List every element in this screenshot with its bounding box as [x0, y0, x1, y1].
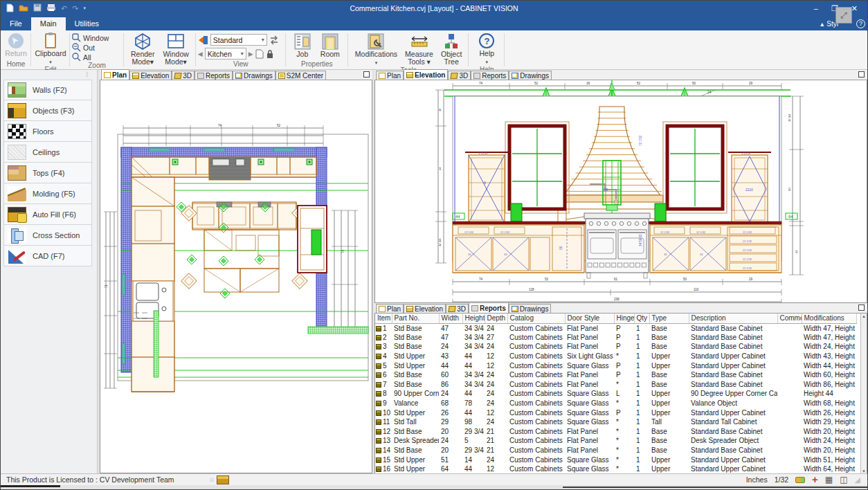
cell-item: 2 [375, 333, 392, 343]
prev-room-icon[interactable]: ◀ [198, 51, 203, 57]
table-row[interactable]: 5Std Upper444412Custom CabinetsSquare Gl… [375, 361, 856, 370]
tab-drawings[interactable]: Drawings [509, 304, 552, 313]
crosshair-icon[interactable]: + [812, 476, 818, 483]
ribbon-collapse-icon[interactable]: ▴ [820, 20, 824, 28]
sidebar-item-objects-f3[interactable]: Objects (F3) [3, 100, 92, 121]
tab-utilities[interactable]: Utilities [66, 17, 108, 30]
tab-reports[interactable]: Reports [469, 302, 509, 313]
column-header-description[interactable]: Description [689, 314, 777, 323]
column-header-catalog[interactable]: Catalog [507, 314, 565, 323]
sidebar-item-ceilings[interactable]: Ceilings [3, 142, 92, 163]
column-header-comment[interactable]: Comment [777, 314, 802, 323]
sidebar-item-tops-f4[interactable]: Tops (F4) [3, 163, 92, 183]
zoom-out-button[interactable]: Out [72, 43, 109, 52]
table-row[interactable]: 15Std Upper511424Custom CabinetsSquare G… [375, 455, 856, 464]
table-row[interactable]: 9Valance687824Custom CabinetsSquare Glas… [375, 399, 856, 408]
lock-icon[interactable] [266, 49, 274, 59]
column-header-qty[interactable]: Qty [634, 314, 649, 323]
close-button[interactable]: ✕ [851, 4, 858, 13]
tab-elevation[interactable]: Elevation [404, 69, 448, 80]
cell-catalog: Custom Cabinets [507, 455, 565, 464]
measure-tools-button[interactable]: MeasureTools ▾ [403, 32, 435, 65]
clipboard-button[interactable]: Clipboard▾ [33, 31, 69, 66]
svg-text:52: 52 [277, 124, 281, 127]
statusbar-cabinet-icon[interactable] [217, 475, 229, 484]
sidebar-item-walls-f2[interactable]: Walls (F2) [3, 80, 92, 100]
table-row[interactable]: 6Std Base6034 3/424Custom CabinetsFlat P… [375, 370, 856, 380]
elevation-canvas[interactable]: 74521852502924194434 3/419 3/4504293 15/… [374, 80, 867, 303]
column-header-item[interactable]: Item [375, 314, 392, 323]
return-button[interactable]: Return [3, 31, 29, 57]
column-header-part-no-[interactable]: Part No. [392, 314, 439, 323]
tab-3d[interactable]: 3D [172, 71, 195, 80]
ribbon-help-icon[interactable]: ? [856, 19, 865, 28]
table-row[interactable]: 890 Upper Corner244424Custom CabinetsSqu… [375, 389, 856, 399]
zoom-window-button[interactable]: Window [72, 33, 109, 42]
minimize-button[interactable]: – [814, 4, 818, 13]
column-header-width[interactable]: Width [439, 314, 462, 323]
sidebar-item-floors[interactable]: Floors [3, 121, 92, 142]
modifications-button[interactable]: Modifications▾ [353, 32, 399, 66]
tab-s2m-center[interactable]: S2M Center [275, 71, 326, 80]
column-header-height[interactable]: Height [462, 314, 485, 323]
transfer-icon[interactable] [269, 35, 279, 45]
tab-plan[interactable]: Plan [376, 71, 404, 80]
tab-elevation[interactable]: Elevation [404, 304, 446, 313]
panes-icon[interactable]: ◫ [840, 476, 847, 483]
column-header-door-style[interactable]: Door Style [565, 314, 614, 323]
plan-canvas[interactable]: 74527174 [100, 80, 372, 473]
column-header-hinge[interactable]: Hinge [614, 314, 634, 323]
statusbar-grip[interactable]: ⁞⁞ [210, 478, 215, 482]
sidebar-item-auto-fill-f6[interactable]: Auto Fill (F6) [3, 204, 92, 225]
table-row[interactable]: 14Std Base2029 3/421Custom CabinetsFlat … [375, 446, 856, 455]
pan-icon[interactable] [795, 477, 805, 483]
tab-plan[interactable]: Plan [101, 69, 129, 80]
grid-icon[interactable]: ▦ [825, 476, 833, 483]
table-row[interactable]: 3Std Base2434 3/424Custom CabinetsFlat P… [375, 342, 856, 352]
job-button[interactable]: Job [292, 32, 313, 58]
sidebar-item-cross-section[interactable]: Cross Section [3, 225, 92, 246]
room-button[interactable]: Room [318, 32, 342, 58]
tab-3d[interactable]: 3D [446, 304, 469, 313]
column-header-depth[interactable]: Depth [485, 314, 507, 323]
tab-3d[interactable]: 3D [448, 71, 471, 80]
tab-drawings[interactable]: Drawings [233, 71, 275, 80]
panel-maximize-button[interactable] [363, 71, 370, 78]
tab-reports[interactable]: Reports [471, 71, 509, 80]
help-button[interactable]: ? Help▾ [476, 31, 497, 66]
render-mode-button[interactable]: RenderMode▾ [129, 32, 156, 65]
render-style-select[interactable]: Standard▾ [210, 34, 267, 46]
zoom-all-button[interactable]: All [72, 53, 109, 62]
table-row[interactable]: 13Desk Spreader24521Custom CabinetsFlat … [375, 436, 856, 446]
cell-part-no-: Desk Spreader [392, 436, 439, 446]
next-room-icon[interactable]: ▶ [248, 51, 253, 57]
column-header-type[interactable]: Type [649, 314, 689, 323]
panel-maximize-button[interactable] [858, 71, 865, 78]
tab-plan[interactable]: Plan [376, 304, 404, 313]
window-mode-button[interactable]: WindowMode▾ [161, 32, 190, 65]
table-row[interactable]: 2Std Base4734 3/427Custom CabinetsFlat P… [375, 333, 856, 343]
table-row[interactable]: 4Std Upper434412Custom CabinetsSix Light… [375, 352, 856, 361]
table-row[interactable]: 11Std Tall299824Custom CabinetsSquare Gl… [375, 417, 856, 427]
tab-file[interactable]: File [1, 17, 31, 30]
scroll-up-icon[interactable]: ▲ [862, 314, 866, 318]
object-tree-button[interactable]: ObjectTree [439, 32, 464, 65]
table-row[interactable]: 16Std Upper644412Custom CabinetsSquare G… [375, 464, 856, 474]
new-room-icon[interactable] [255, 49, 264, 59]
table-row[interactable]: 7Std Base8634 3/424Custom CabinetsFlat P… [375, 380, 856, 390]
tab-main[interactable]: Main [31, 17, 66, 30]
sidebar-item-molding-f5[interactable]: Molding (F5) [3, 183, 92, 204]
tab-elevation[interactable]: Elevation [129, 71, 172, 80]
column-header-modifications[interactable]: Modifications [802, 314, 856, 323]
sidebar-item-cad-f7[interactable]: CAD (F7) [3, 246, 92, 266]
panel-maximize-button[interactable] [858, 305, 865, 311]
reports-scrollbar[interactable]: ▲▼ [860, 314, 867, 474]
table-row[interactable]: 10Std Upper264412Custom CabinetsSquare G… [375, 408, 856, 417]
tab-reports[interactable]: Reports [195, 71, 233, 80]
scroll-down-icon[interactable]: ▼ [862, 469, 866, 473]
sidebar-grip[interactable]: ⁞ [86, 71, 89, 78]
tab-drawings[interactable]: Drawings [509, 71, 552, 80]
room-select[interactable]: Kitchen▾ [205, 48, 246, 60]
table-row[interactable]: 1Std Base4734 3/424Custom CabinetsFlat P… [375, 323, 856, 333]
table-row[interactable]: 12Std Base2029 3/421Custom CabinetsFlat … [375, 427, 856, 437]
